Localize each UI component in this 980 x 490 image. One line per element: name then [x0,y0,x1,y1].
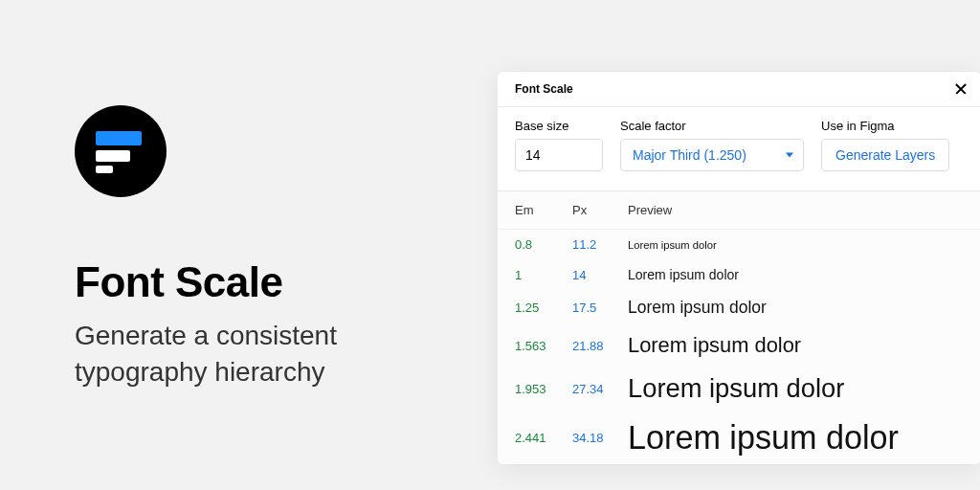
preview-text: Lorem ipsum dolor [628,239,964,251]
em-value: 1.25 [515,301,572,315]
table-row: 1.56321.88Lorem ipsum dolor [498,325,980,366]
table-row: 2.44134.18Lorem ipsum dolor [498,412,980,464]
plugin-window: Font Scale Base size Scale factor Major … [498,72,980,464]
preview-text: Lorem ipsum dolor [628,419,964,457]
table-row: 1.2517.5Lorem ipsum dolor [498,290,980,325]
preview-text: Lorem ipsum dolor [628,298,964,318]
preview-text: Lorem ipsum dolor [628,333,964,358]
logo-icon [75,105,167,197]
preview-text: Lorem ipsum dolor [628,373,964,404]
plugin-title: Font Scale [515,82,573,96]
base-size-input[interactable] [515,139,603,171]
column-header-preview: Preview [628,203,964,217]
scale-factor-value: Major Third (1.250) [633,147,746,163]
table-row: 114Lorem ipsum dolor [498,259,980,290]
em-value: 1 [515,268,572,282]
base-size-label: Base size [515,119,603,133]
em-value: 1.953 [515,382,572,396]
hero-title: Font Scale [75,258,457,306]
em-value: 1.563 [515,339,572,353]
px-value: 27.34 [572,382,628,396]
column-header-em: Em [515,203,572,217]
px-value: 21.88 [572,339,628,353]
scale-factor-select[interactable]: Major Third (1.250) [620,139,804,171]
px-value: 11.2 [572,237,628,252]
preview-text: Lorem ipsum dolor [628,267,964,282]
hero-subtitle: Generate a consistent typography hierarc… [75,318,457,390]
column-header-px: Px [572,203,628,217]
px-value: 14 [572,268,628,282]
generate-layers-button[interactable]: Generate Layers [821,139,949,171]
chevron-down-icon [786,153,793,158]
close-icon[interactable] [954,82,968,96]
em-value: 2.441 [515,431,572,445]
table-row: 0.811.2Lorem ipsum dolor [498,230,980,259]
scale-factor-label: Scale factor [620,119,804,133]
em-value: 0.8 [515,237,572,252]
px-value: 34.18 [572,431,628,445]
px-value: 17.5 [572,301,628,315]
table-row: 1.95327.34Lorem ipsum dolor [498,366,980,412]
use-in-figma-label: Use in Figma [821,119,949,133]
